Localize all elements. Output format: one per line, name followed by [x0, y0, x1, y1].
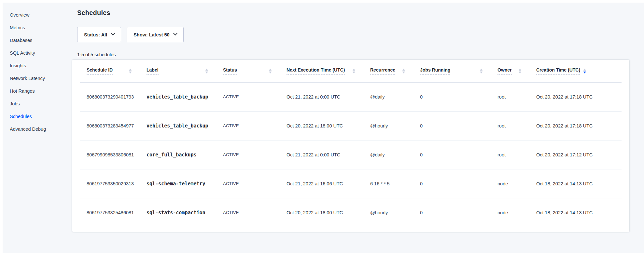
- status-cell: ACTIVE: [217, 140, 280, 169]
- status-filter-label: Status: All: [84, 32, 107, 37]
- chevron-down-icon: [173, 31, 177, 35]
- recurrence-cell: 6 16 * * 5: [364, 169, 413, 198]
- page-title: Schedules: [77, 9, 110, 17]
- recurrence-cell: @hourly: [364, 198, 413, 227]
- sort-icon[interactable]: [269, 69, 272, 73]
- jobs-running-cell: 0: [413, 169, 491, 198]
- status-cell: ACTIVE: [217, 111, 280, 140]
- owner-cell: root: [491, 111, 530, 140]
- column-header-status[interactable]: Status: [217, 60, 280, 82]
- column-header-jobs-running[interactable]: Jobs Running: [413, 60, 491, 82]
- sidebar-item-advanced-debug[interactable]: Advanced Debug: [10, 126, 72, 133]
- schedule-label-cell: vehicles_table_backup: [140, 82, 217, 111]
- creation-time-cell: Oct 20, 2022 at 17:18 UTC: [530, 82, 622, 111]
- recurrence-cell: @daily: [364, 82, 413, 111]
- schedules-table: Schedule ID Label Status Next Execution …: [80, 60, 622, 227]
- schedules-page: Overview Metrics Databases SQL Activity …: [3, 3, 644, 253]
- sort-icon[interactable]: [480, 69, 483, 73]
- status-filter-dropdown[interactable]: Status: All: [77, 27, 121, 42]
- creation-time-cell: Oct 18, 2022 at 14:13 UTC: [530, 198, 622, 227]
- column-header-recurrence[interactable]: Recurrence: [364, 60, 413, 82]
- owner-cell: node: [491, 198, 530, 227]
- jobs-running-cell: 0: [413, 82, 491, 111]
- column-header-owner[interactable]: Owner: [491, 60, 530, 82]
- column-header-schedule-id[interactable]: Schedule ID: [80, 60, 140, 82]
- schedule-label-cell: sql-stats-compaction: [140, 198, 217, 227]
- sidebar-item-hot-ranges[interactable]: Hot Ranges: [10, 87, 72, 95]
- recurrence-cell: @hourly: [364, 111, 413, 140]
- table-header-row: Schedule ID Label Status Next Execution …: [80, 60, 622, 82]
- owner-cell: node: [491, 169, 530, 198]
- schedule-label-cell: vehicles_table_backup: [140, 111, 217, 140]
- table-row: 806197753350029313 sql-schema-telemetry …: [80, 169, 622, 198]
- owner-cell: root: [491, 140, 530, 169]
- next-execution-cell: Oct 21, 2022 at 0:00 UTC: [280, 82, 364, 111]
- sort-icon[interactable]: [519, 69, 521, 73]
- schedules-table-card: Schedule ID Label Status Next Execution …: [72, 60, 629, 232]
- next-execution-cell: Oct 21, 2022 at 0:00 UTC: [280, 140, 364, 169]
- table-row: 806800373283454977 vehicles_table_backup…: [80, 111, 622, 140]
- column-header-next-execution-time[interactable]: Next Execution Time (UTC): [280, 60, 364, 82]
- column-header-creation-time[interactable]: Creation Time (UTC): [530, 60, 622, 82]
- jobs-running-cell: 0: [413, 198, 491, 227]
- creation-time-cell: Oct 18, 2022 at 14:13 UTC: [530, 169, 622, 198]
- show-filter-dropdown[interactable]: Show: Latest 50: [127, 27, 183, 42]
- schedule-label-cell: core_full_backups: [140, 140, 217, 169]
- filter-bar: Status: All Show: Latest 50: [77, 27, 184, 42]
- schedule-id-cell: 806800373283454977: [80, 111, 140, 140]
- column-header-label[interactable]: Label: [140, 60, 217, 82]
- table-row: 806800373290401793 vehicles_table_backup…: [80, 82, 622, 111]
- creation-time-cell: Oct 20, 2022 at 17:18 UTC: [530, 111, 622, 140]
- sort-icon[interactable]: [402, 69, 405, 73]
- next-execution-cell: Oct 21, 2022 at 16:06 UTC: [280, 169, 364, 198]
- table-row: 806197753325486081 sql-stats-compaction …: [80, 198, 622, 227]
- show-filter-label: Show: Latest 50: [133, 32, 169, 37]
- schedule-id-cell: 806197753350029313: [80, 169, 140, 198]
- sidebar-item-jobs[interactable]: Jobs: [10, 100, 72, 107]
- sidebar-item-insights[interactable]: Insights: [10, 62, 72, 69]
- schedule-label-cell: sql-schema-telemetry: [140, 169, 217, 198]
- sort-icon-active-desc[interactable]: [583, 69, 586, 73]
- owner-cell: root: [491, 82, 530, 111]
- sidebar-item-metrics[interactable]: Metrics: [10, 24, 72, 31]
- schedule-id-cell: 806800373290401793: [80, 82, 140, 111]
- results-count: 1-5 of 5 schedules: [77, 52, 116, 57]
- next-execution-cell: Oct 20, 2022 at 18:00 UTC: [280, 198, 364, 227]
- jobs-running-cell: 0: [413, 140, 491, 169]
- sort-icon[interactable]: [353, 69, 355, 73]
- schedule-id-cell: 806799098533806081: [80, 140, 140, 169]
- schedule-id-cell: 806197753325486081: [80, 198, 140, 227]
- sort-icon[interactable]: [129, 69, 132, 73]
- sidebar-item-sql-activity[interactable]: SQL Activity: [10, 49, 72, 57]
- sidebar-item-databases[interactable]: Databases: [10, 37, 72, 44]
- status-cell: ACTIVE: [217, 169, 280, 198]
- sidebar-item-overview[interactable]: Overview: [10, 11, 72, 19]
- status-cell: ACTIVE: [217, 198, 280, 227]
- sidebar-item-schedules[interactable]: Schedules: [10, 113, 72, 120]
- sort-icon[interactable]: [205, 69, 208, 73]
- sidebar-item-network-latency[interactable]: Network Latency: [10, 75, 72, 82]
- chevron-down-icon: [111, 31, 115, 35]
- recurrence-cell: @daily: [364, 140, 413, 169]
- status-cell: ACTIVE: [217, 82, 280, 111]
- creation-time-cell: Oct 20, 2022 at 17:12 UTC: [530, 140, 622, 169]
- sidebar-nav: Overview Metrics Databases SQL Activity …: [10, 11, 72, 138]
- next-execution-cell: Oct 20, 2022 at 18:00 UTC: [280, 111, 364, 140]
- table-row: 806799098533806081 core_full_backups ACT…: [80, 140, 622, 169]
- jobs-running-cell: 0: [413, 111, 491, 140]
